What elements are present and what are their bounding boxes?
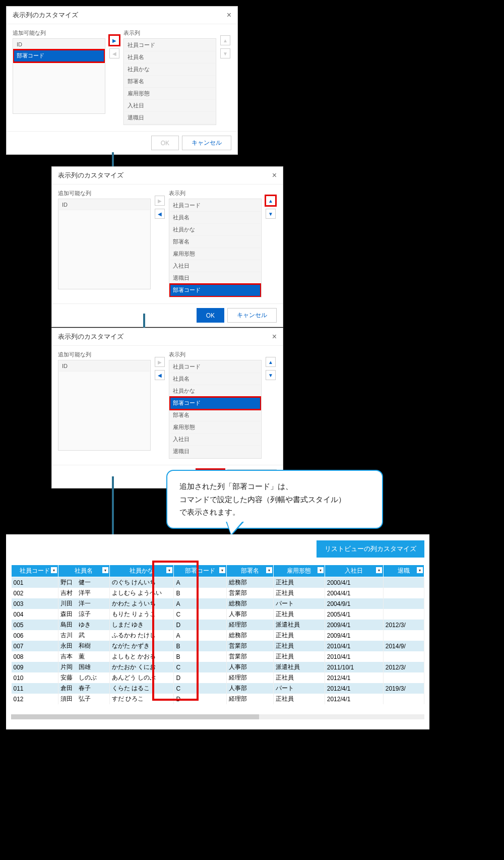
list-item[interactable]: 退職日 (170, 446, 261, 458)
callout-text: で表示されます。 (179, 506, 370, 519)
ok-button[interactable]: OK (197, 308, 224, 323)
column-header[interactable]: 社員コード▾ (12, 565, 58, 577)
filter-dropdown-icon[interactable]: ▾ (318, 567, 324, 573)
filter-dropdown-icon[interactable]: ▾ (219, 567, 225, 573)
remove-icon[interactable]: ◀ (155, 370, 165, 380)
displayed-list[interactable]: 社員コード社員名社員かな部署コード部署名雇用形態入社日退職日 (169, 360, 262, 459)
cell: 2005/4/1 (325, 609, 383, 620)
list-item[interactable]: 入社日 (170, 434, 261, 446)
table-row[interactable]: 001野口 健一のぐち けんいちA総務部正社員2000/4/1 (12, 577, 424, 588)
customize-columns-button[interactable]: リストビューの列カスタマイズ (317, 540, 424, 558)
available-list[interactable]: ID部署コード (13, 38, 105, 114)
close-icon[interactable]: × (272, 332, 277, 341)
ok-button[interactable]: OK (151, 136, 179, 150)
move-down-icon[interactable]: ▼ (220, 48, 230, 58)
add-icon[interactable]: ▶ (109, 35, 119, 45)
cell: D (174, 672, 226, 683)
displayed-list[interactable]: 社員コード社員名社員かな部署名雇用形態入社日退職日部署コード (169, 199, 262, 297)
list-item[interactable]: 部署名 (124, 76, 215, 88)
list-item[interactable]: ID (59, 361, 150, 372)
column-header[interactable]: 社員名▾ (58, 565, 109, 577)
cancel-button[interactable]: キャンセル (182, 136, 231, 150)
list-item[interactable]: ID (14, 39, 104, 50)
column-header[interactable]: 部署名▾ (226, 565, 273, 577)
list-item[interactable]: 社員名 (170, 373, 261, 385)
move-up-icon[interactable]: ▲ (266, 357, 276, 367)
filter-dropdown-icon[interactable]: ▾ (376, 567, 382, 573)
move-up-icon[interactable]: ▲ (266, 196, 276, 206)
cell (383, 694, 424, 704)
horizontal-scrollbar[interactable] (11, 714, 424, 719)
list-item[interactable]: 社員かな (170, 385, 261, 397)
cell: 2012/3/ (383, 662, 424, 672)
table-row[interactable]: 009片岡 国雄かたおか くにおC人事部派遣社員2011/10/12012/3/ (12, 662, 424, 672)
add-icon[interactable]: ▶ (155, 357, 165, 367)
list-item[interactable]: 社員名 (170, 212, 261, 224)
move-up-icon[interactable]: ▲ (220, 35, 230, 45)
list-item[interactable]: 社員かな (170, 224, 261, 236)
table-row[interactable]: 011倉田 春子くらた はるこC人事部パート2012/4/12019/3/ (12, 683, 424, 694)
list-item[interactable]: 部署名 (170, 236, 261, 248)
table-row[interactable]: 007永田 和樹ながた かずきB営業部正社員2010/4/12014/9/ (12, 641, 424, 651)
table-row[interactable]: 002吉村 洋平よしむら ようへいB営業部正社員2004/4/1 (12, 588, 424, 598)
cell: 2009/4/1 (325, 630, 383, 641)
list-item[interactable]: 社員かな (124, 64, 215, 76)
cell (383, 577, 424, 588)
list-item[interactable]: 部署名 (170, 409, 261, 421)
list-item[interactable]: 退職日 (170, 272, 261, 284)
list-item[interactable]: 雇用形態 (170, 248, 261, 260)
list-item[interactable]: 雇用形態 (170, 421, 261, 434)
filter-dropdown-icon[interactable]: ▾ (102, 567, 108, 573)
move-down-icon[interactable]: ▼ (266, 209, 276, 219)
displayed-label: 表示列 (169, 351, 262, 358)
cell: 2000/4/1 (325, 577, 383, 588)
filter-dropdown-icon[interactable]: ▾ (417, 567, 423, 573)
list-item[interactable]: 部署コード (170, 284, 261, 296)
table-row[interactable]: 004森田 涼子もりた りょうこC人事部正社員2005/4/1 (12, 609, 424, 620)
table-row[interactable]: 012須田 弘子すだ ひろこD経理部正社員2012/4/1 (12, 694, 424, 704)
list-item[interactable]: 部署コード (170, 397, 261, 409)
close-icon[interactable]: × (272, 171, 277, 180)
list-item[interactable]: 部署コード (14, 50, 104, 62)
list-item[interactable]: 入社日 (124, 100, 215, 112)
column-header[interactable]: 退職▾ (383, 565, 424, 577)
cell: D (174, 620, 226, 630)
available-list[interactable]: ID (58, 199, 151, 289)
list-item[interactable]: 雇用形態 (124, 88, 215, 100)
available-list[interactable]: ID (58, 360, 151, 451)
table-row[interactable]: 006古川 武ふるかわ たけしA総務部正社員2009/4/1 (12, 630, 424, 641)
cell: 2012/4/1 (325, 672, 383, 683)
dialog-title: 表示列のカスタマイズ (58, 171, 123, 180)
table-row[interactable]: 008吉本 薫よしもと かおるB営業部正社員2010/4/1 (12, 651, 424, 662)
filter-dropdown-icon[interactable]: ▾ (51, 567, 57, 573)
list-item[interactable]: 退職日 (124, 112, 215, 124)
list-item[interactable]: 入社日 (170, 260, 261, 272)
cell: 004 (12, 609, 58, 620)
cell: 2004/9/1 (325, 598, 383, 609)
add-icon[interactable]: ▶ (155, 196, 165, 206)
table-row[interactable]: 010安藤 しのぶあんどう しのぶD経理部正社員2012/4/1 (12, 672, 424, 683)
list-item[interactable]: 社員名 (124, 51, 215, 64)
cell: 川田 洋一 (58, 598, 109, 609)
list-item[interactable]: ID (59, 200, 150, 210)
table-row[interactable]: 005島田 ゆきしまだ ゆきD経理部派遣社員2009/4/12012/3/ (12, 620, 424, 630)
column-header[interactable]: 入社日▾ (325, 565, 383, 577)
filter-dropdown-icon[interactable]: ▾ (166, 567, 172, 573)
cell: 人事部 (226, 683, 273, 694)
cell: 総務部 (226, 598, 273, 609)
move-down-icon[interactable]: ▼ (266, 370, 276, 380)
list-item[interactable]: 社員コード (170, 361, 261, 373)
remove-icon[interactable]: ◀ (109, 48, 119, 58)
displayed-list[interactable]: 社員コード社員名社員かな部署名雇用形態入社日退職日 (123, 38, 216, 125)
cancel-button[interactable]: キャンセル (227, 308, 277, 323)
cell: 012 (12, 694, 58, 704)
list-item[interactable]: 社員コード (170, 200, 261, 212)
filter-dropdown-icon[interactable]: ▾ (266, 567, 272, 573)
table-row[interactable]: 003川田 洋一かわた よういちA総務部パート2004/9/1 (12, 598, 424, 609)
column-header[interactable]: 雇用形態▾ (273, 565, 325, 577)
column-header[interactable]: 社員かな▾ (109, 565, 174, 577)
column-header[interactable]: 部署コード▾ (174, 565, 226, 577)
remove-icon[interactable]: ◀ (155, 209, 165, 219)
list-item[interactable]: 社員コード (124, 39, 215, 51)
close-icon[interactable]: × (227, 11, 231, 20)
